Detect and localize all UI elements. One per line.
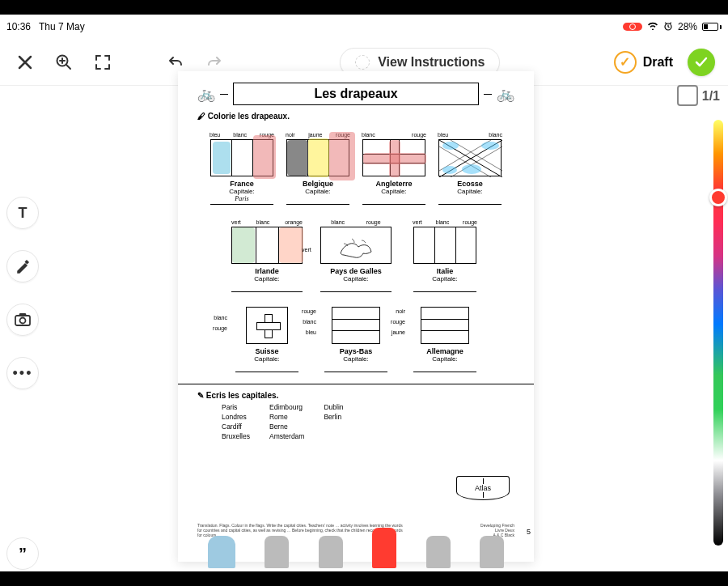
instruction-text: Colorie les drapeaux. (208, 112, 290, 121)
status-time: 10:36 (6, 21, 31, 32)
close-button[interactable] (13, 50, 37, 74)
screen-record-indicator (623, 23, 642, 31)
sparkle-icon (355, 55, 370, 70)
pen-tool[interactable] (6, 250, 39, 282)
bike-icon: 🚲 (497, 85, 514, 103)
page-count: 1/1 (702, 89, 720, 104)
camera-tool[interactable] (6, 304, 39, 336)
flag-angleterre (362, 139, 425, 176)
view-instructions-label: View Instructions (378, 55, 485, 70)
draft-button[interactable]: ✓ Draft (614, 51, 673, 74)
page-indicator[interactable]: 1/1 (679, 87, 720, 105)
wifi-icon (647, 21, 658, 32)
draft-label: Draft (643, 55, 673, 70)
atlas-book: Atlas (456, 476, 510, 500)
flag-pays-bas (332, 307, 380, 344)
flag-france (210, 139, 273, 176)
battery-icon (702, 23, 722, 31)
text-tool[interactable]: T (6, 197, 39, 229)
undo-button[interactable] (163, 50, 188, 74)
worksheet-title: Les drapeaux (233, 83, 479, 105)
bike-icon: 🚲 (197, 85, 215, 103)
flag-ecosse (438, 139, 502, 176)
status-date: Thu 7 May (39, 21, 85, 32)
footer-note-left: Translation. Flags. Colour in the flags.… (197, 523, 408, 537)
footer-note-right: Developing French Livre Deux A & C Black (480, 523, 514, 537)
flag-irlande (231, 227, 303, 264)
worksheet-canvas[interactable]: 🚲 Les drapeaux 🚲 🖌 Colorie les drapeaux.… (178, 71, 534, 562)
flag-belgique (286, 139, 349, 176)
status-bar: 10:36 Thu 7 May 28% (0, 15, 728, 39)
flag-suisse (246, 307, 288, 344)
quote-tool[interactable]: ” (6, 537, 39, 570)
battery-percent: 28% (678, 21, 697, 32)
svg-point-3 (20, 318, 26, 324)
more-tool[interactable]: ••• (6, 357, 39, 389)
page-number: 5 (527, 528, 531, 536)
color-spectrum[interactable] (709, 120, 728, 546)
draft-check-icon: ✓ (614, 51, 637, 74)
zoom-in-button[interactable] (52, 50, 76, 74)
fullscreen-button[interactable] (91, 50, 115, 74)
flag-allemagne (421, 307, 469, 344)
pages-icon (679, 87, 697, 105)
flag-galles (320, 227, 392, 264)
alarm-icon (663, 21, 673, 33)
redo-button[interactable] (202, 50, 226, 74)
pencil-icon: ✎ (197, 391, 204, 400)
color-knob[interactable] (709, 189, 727, 206)
flag-italie (413, 227, 476, 264)
paintbrush-icon: 🖌 (197, 112, 205, 121)
